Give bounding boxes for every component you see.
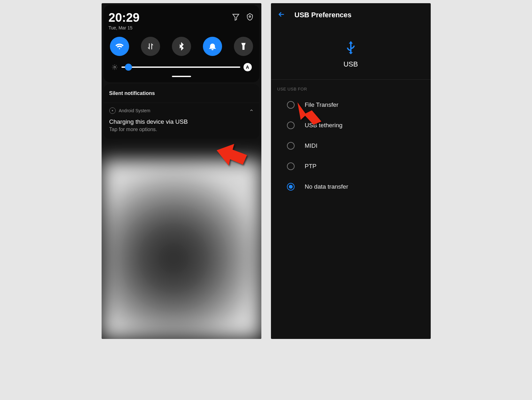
radio-label: PTP (305, 163, 317, 170)
notification-app-left: Android System (109, 107, 150, 114)
brightness-thumb[interactable] (125, 64, 132, 71)
radio-button[interactable] (287, 122, 295, 129)
brightness-row: A (109, 63, 254, 71)
clock-date: Tue, Mar 15 (109, 25, 140, 30)
usb-radio-list: File TransferUSB tetheringMIDIPTPNo data… (271, 95, 431, 197)
panel-handle[interactable] (172, 76, 191, 77)
svg-point-1 (114, 66, 116, 68)
qs-header-icons (231, 13, 254, 22)
qs-header: 20:29 Tue, Mar 15 (109, 11, 254, 30)
toggle-wifi[interactable] (110, 37, 129, 56)
brightness-slider[interactable] (121, 67, 240, 68)
brightness-low-icon (111, 64, 118, 71)
radio-label: No data transfer (305, 183, 348, 190)
settings-icon[interactable] (245, 13, 254, 22)
radio-button[interactable] (287, 162, 295, 170)
radio-row-ptp[interactable]: PTP (271, 156, 431, 176)
auto-brightness-badge[interactable]: A (243, 63, 252, 71)
clock-time: 20:29 (109, 11, 140, 25)
usb-hero-label: USB (271, 60, 431, 68)
back-icon[interactable] (277, 10, 286, 20)
phone-notification-shade: 20:29 Tue, Mar 15 (102, 3, 261, 339)
radio-row-midi[interactable]: MIDI (271, 136, 431, 156)
svg-point-0 (249, 16, 251, 17)
android-system-icon (109, 107, 116, 114)
notification-app-name: Android System (119, 108, 150, 113)
silent-header: Silent notifications (104, 84, 259, 103)
radio-label: File Transfer (305, 101, 339, 108)
radio-button[interactable] (287, 183, 295, 191)
toggle-flashlight[interactable] (234, 37, 253, 56)
toggle-bluetooth[interactable] (172, 37, 191, 56)
toggle-data[interactable] (141, 37, 160, 56)
radio-row-no-data-transfer[interactable]: No data transfer (271, 176, 431, 197)
prefs-title: USB Preferences (295, 11, 352, 19)
radio-label: MIDI (305, 142, 318, 149)
radio-button[interactable] (287, 101, 295, 109)
collapse-icon[interactable] (249, 108, 254, 114)
quick-settings-panel: 20:29 Tue, Mar 15 (104, 5, 259, 82)
section-label: USE USB FOR (271, 80, 431, 95)
usb-trident-icon (343, 51, 359, 57)
quick-toggle-row (109, 37, 254, 56)
prefs-header: USB Preferences (271, 3, 431, 27)
notification-title: Charging this device via USB (109, 118, 254, 125)
notification-app-row: Android System (109, 107, 254, 114)
toggle-notifications[interactable] (203, 37, 222, 56)
radio-button[interactable] (287, 142, 295, 150)
phone-usb-preferences: USB Preferences USB USE USB FOR File Tra… (271, 3, 431, 339)
silent-notifications-card: Silent notifications Android System Char… (104, 84, 259, 139)
usb-notification[interactable]: Android System Charging this device via … (104, 103, 259, 139)
filter-icon[interactable] (231, 13, 240, 22)
svg-point-2 (112, 110, 113, 111)
radio-row-usb-tethering[interactable]: USB tethering (271, 115, 431, 136)
radio-label: USB tethering (305, 122, 343, 129)
radio-row-file-transfer[interactable]: File Transfer (271, 95, 431, 115)
notification-subtitle: Tap for more options. (109, 127, 254, 132)
wallpaper-blur (102, 160, 261, 339)
clock-block: 20:29 Tue, Mar 15 (109, 11, 140, 30)
usb-hero: USB (271, 27, 431, 79)
